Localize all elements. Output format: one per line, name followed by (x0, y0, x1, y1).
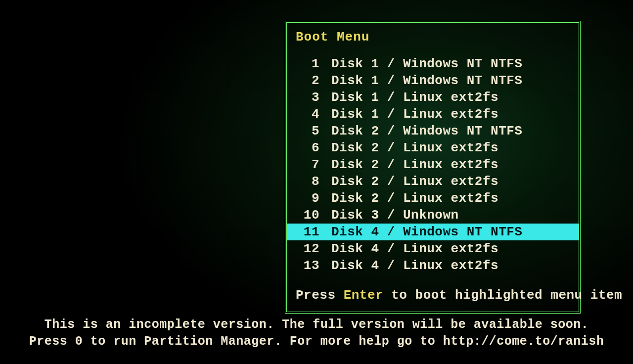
boot-menu-item[interactable]: 12Disk 4 / Linux ext2fs (287, 240, 579, 257)
boot-menu-item[interactable]: 11Disk 4 / Windows NT NTFS (287, 224, 579, 240)
boot-hint: Press Enter to boot highlighted menu ite… (287, 288, 579, 303)
menu-item-label: Disk 2 / Linux ext2fs (319, 140, 498, 155)
boot-menu-item[interactable]: 9Disk 2 / Linux ext2fs (287, 190, 579, 207)
menu-item-label: Disk 1 / Windows NT NTFS (319, 73, 522, 88)
boot-menu-item[interactable]: 4Disk 1 / Linux ext2fs (287, 106, 579, 123)
menu-item-label: Disk 2 / Linux ext2fs (319, 191, 498, 206)
footer-line-1: This is an incomplete version. The full … (0, 317, 633, 333)
boot-menu-item[interactable]: 2Disk 1 / Windows NT NTFS (287, 72, 579, 89)
menu-item-label: Disk 2 / Linux ext2fs (319, 157, 498, 172)
boot-menu-item[interactable]: 3Disk 1 / Linux ext2fs (287, 89, 579, 106)
boot-menu-item[interactable]: 13Disk 4 / Linux ext2fs (287, 257, 579, 274)
menu-item-number: 4 (296, 106, 319, 123)
hint-suffix: to boot highlighted menu item (383, 288, 622, 303)
menu-item-label: Disk 1 / Windows NT NTFS (319, 56, 522, 71)
menu-item-number: 1 (296, 55, 319, 72)
menu-item-number: 2 (296, 72, 319, 89)
menu-item-number: 12 (296, 240, 319, 257)
menu-item-number: 13 (296, 257, 319, 274)
boot-menu-item[interactable]: 7Disk 2 / Linux ext2fs (287, 156, 579, 173)
hint-key: Enter (344, 288, 384, 303)
boot-menu-list: 1Disk 1 / Windows NT NTFS2Disk 1 / Windo… (287, 55, 579, 274)
menu-item-number: 9 (296, 190, 319, 207)
menu-item-number: 6 (296, 139, 319, 156)
menu-item-number: 5 (296, 123, 319, 139)
menu-item-label: Disk 2 / Linux ext2fs (319, 174, 498, 189)
menu-item-label: Disk 1 / Linux ext2fs (319, 107, 498, 122)
menu-item-label: Disk 4 / Linux ext2fs (319, 241, 498, 256)
boot-menu-item[interactable]: 10Disk 3 / Unknown (287, 207, 579, 224)
menu-item-number: 8 (296, 173, 319, 190)
menu-item-label: Disk 2 / Windows NT NTFS (319, 124, 522, 138)
menu-item-label: Disk 4 / Windows NT NTFS (319, 225, 522, 239)
menu-item-label: Disk 1 / Linux ext2fs (319, 90, 498, 105)
menu-item-label: Disk 4 / Linux ext2fs (319, 258, 498, 273)
menu-item-number: 7 (296, 156, 319, 173)
boot-menu-item[interactable]: 6Disk 2 / Linux ext2fs (287, 139, 579, 156)
boot-menu-panel: Boot Menu 1Disk 1 / Windows NT NTFS2Disk… (285, 21, 581, 314)
boot-menu-item[interactable]: 8Disk 2 / Linux ext2fs (287, 173, 579, 190)
menu-item-number: 11 (296, 224, 319, 240)
menu-item-number: 3 (296, 89, 319, 106)
menu-item-label: Disk 3 / Unknown (319, 208, 459, 223)
boot-menu-item[interactable]: 5Disk 2 / Windows NT NTFS (287, 123, 579, 139)
menu-item-number: 10 (296, 207, 319, 224)
boot-menu-item[interactable]: 1Disk 1 / Windows NT NTFS (287, 55, 579, 72)
hint-prefix: Press (296, 288, 344, 303)
footer-text: This is an incomplete version. The full … (0, 317, 633, 350)
boot-menu-title: Boot Menu (287, 30, 579, 45)
footer-line-2: Press 0 to run Partition Manager. For mo… (0, 333, 633, 350)
